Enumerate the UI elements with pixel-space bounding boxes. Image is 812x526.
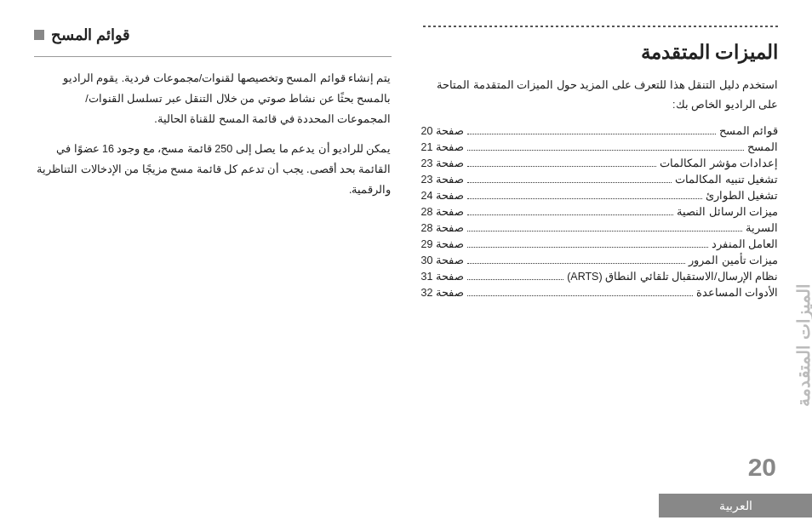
toc-leader-dots — [467, 214, 673, 215]
section-heading: قوائم المسح — [34, 26, 392, 44]
toc-leader-dots — [467, 231, 742, 232]
toc-label: ميزات تأمين المرور — [689, 254, 778, 266]
toc-leader-dots — [467, 198, 702, 199]
toc-leader-dots — [467, 247, 708, 248]
section-title: قوائم المسح — [51, 26, 130, 44]
toc-leader-dots — [467, 279, 563, 280]
toc-row: تشغيل تنبيه المكالماتصفحة 23 — [421, 173, 779, 186]
toc-page-ref: صفحة 30 — [421, 254, 464, 266]
toc-label: قوائم المسح — [719, 124, 778, 137]
toc-row: إعدادات مؤشر المكالماتصفحة 23 — [421, 157, 779, 169]
toc-row: نظام الإرسال/الاستقبال تلقائي النطاق (AR… — [421, 270, 779, 283]
toc-label: تشغيل تنبيه المكالمات — [675, 173, 778, 186]
right-column: الميزات المتقدمة استخدم دليل التنقل هذا … — [421, 26, 779, 460]
toc-label: المسح — [747, 140, 778, 153]
toc-page-ref: صفحة 28 — [421, 205, 464, 218]
toc-label: إعدادات مؤشر المكالمات — [660, 157, 778, 169]
toc-page-ref: صفحة 28 — [421, 221, 464, 234]
square-bullet-icon — [34, 30, 44, 40]
toc-page-ref: صفحة 29 — [421, 237, 464, 250]
toc-label: تشغيل الطوارئ — [706, 189, 778, 202]
toc-label: نظام الإرسال/الاستقبال تلقائي النطاق (AR… — [567, 270, 778, 283]
toc-leader-dots — [467, 263, 685, 264]
toc-leader-dots — [467, 295, 693, 296]
toc-label: ميزات الرسائل النصية — [677, 205, 778, 218]
toc-row: الأدوات المساعدةصفحة 32 — [421, 286, 779, 299]
toc-page-ref: صفحة 20 — [421, 124, 464, 137]
toc-page-ref: صفحة 23 — [421, 157, 464, 169]
toc-label: العامل المنفرد — [712, 237, 778, 250]
main-title: الميزات المتقدمة — [421, 41, 779, 64]
page-number: 20 — [748, 453, 776, 482]
horizontal-rule — [34, 56, 392, 57]
paragraph-2: يمكن للراديو أن يدعم ما يصل إلى 250 قائم… — [34, 140, 392, 200]
table-of-contents: قوائم المسحصفحة 20المسحصفحة 21إعدادات مؤ… — [421, 124, 779, 299]
toc-row: تشغيل الطوارئصفحة 24 — [421, 189, 779, 202]
toc-row: العامل المنفردصفحة 29 — [421, 237, 779, 250]
header-dotted-line — [421, 26, 779, 27]
side-tab-label: الميزات المتقدمة — [793, 283, 812, 407]
paragraph-1: يتم إنشاء قوائم المسح وتخصيصها لقنوات/مج… — [34, 69, 392, 129]
toc-leader-dots — [467, 150, 744, 151]
toc-page-ref: صفحة 23 — [421, 173, 464, 186]
toc-row: ميزات الرسائل النصيةصفحة 28 — [421, 205, 779, 218]
toc-page-ref: صفحة 31 — [421, 270, 464, 283]
language-tab: العربية — [659, 494, 812, 517]
toc-label: الأدوات المساعدة — [696, 286, 778, 299]
toc-page-ref: صفحة 21 — [421, 140, 464, 153]
toc-leader-dots — [467, 166, 656, 167]
toc-leader-dots — [467, 134, 716, 134]
toc-page-ref: صفحة 24 — [421, 189, 464, 202]
toc-row: ميزات تأمين المرورصفحة 30 — [421, 254, 779, 266]
toc-leader-dots — [467, 182, 672, 183]
toc-row: السريةصفحة 28 — [421, 221, 779, 234]
toc-row: قوائم المسحصفحة 20 — [421, 124, 779, 137]
toc-label: السرية — [746, 221, 778, 234]
toc-page-ref: صفحة 32 — [421, 286, 464, 299]
toc-row: المسحصفحة 21 — [421, 140, 779, 153]
intro-text: استخدم دليل التنقل هذا للتعرف على المزيد… — [421, 76, 779, 114]
left-column: قوائم المسح يتم إنشاء قوائم المسح وتخصيص… — [34, 26, 392, 460]
